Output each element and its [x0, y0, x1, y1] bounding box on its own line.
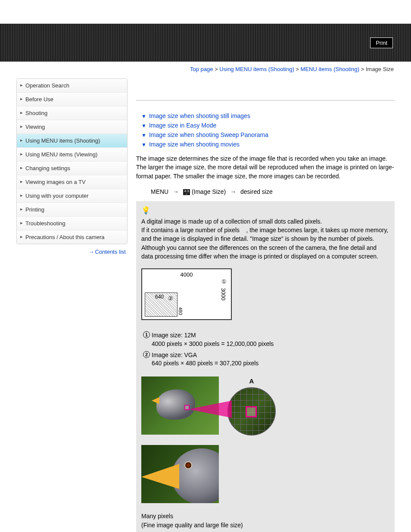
- sidebar-item-label: Printing: [25, 206, 44, 213]
- arrow-icon: →: [173, 188, 179, 195]
- diagram-marker-1: ①: [221, 278, 227, 286]
- breadcrumb-current: Image Size: [366, 66, 394, 72]
- contents-list-link[interactable]: Contents list: [95, 249, 126, 255]
- bird-beak-shape: [152, 397, 159, 404]
- down-arrow-icon: ▼: [141, 142, 146, 148]
- sidebar-item-viewing[interactable]: Viewing: [17, 120, 127, 134]
- breadcrumb-sep: >: [213, 66, 220, 72]
- bird-illustration-row: A: [141, 376, 389, 436]
- down-arrow-icon: ▼: [141, 132, 146, 138]
- caption-line1: Many pixels: [141, 513, 173, 520]
- circled-number-2: 2: [143, 351, 150, 358]
- image-size-icon: 4:3▫: [183, 189, 190, 195]
- sidebar-item-using-menu-viewing[interactable]: Using MENU items (Viewing): [17, 147, 127, 161]
- diagram-height-small: 480: [177, 307, 184, 315]
- breadcrumb-sep: >: [294, 66, 301, 72]
- arrow-right-icon: →: [88, 249, 94, 255]
- anchor-link-list: ▼Image size when shooting still images ▼…: [136, 111, 395, 149]
- contents-list-container: →Contents list: [16, 244, 128, 259]
- sidebar: Operation Search Before Use Shooting Vie…: [16, 78, 128, 244]
- sidebar-item-using-menu-shooting[interactable]: Using MENU items (Shooting): [17, 134, 127, 147]
- diagram-width-large: 4000: [142, 271, 231, 279]
- caption-line2: (Fine image quality and large file size): [141, 522, 243, 529]
- sidebar-item-operation-search[interactable]: Operation Search: [17, 79, 127, 92]
- sidebar-item-label: Operation Search: [25, 82, 69, 89]
- hint-p3: Although you cannot see the differences …: [141, 244, 378, 260]
- sidebar-item-viewing-tv[interactable]: Viewing images on a TV: [17, 175, 127, 189]
- sidebar-item-label: Precautions / About this camera: [25, 234, 105, 240]
- sidebar-item-label: Changing settings: [25, 165, 70, 171]
- anchor-link-movies[interactable]: Image size when shooting movies: [149, 141, 240, 148]
- sidebar-item-printing[interactable]: Printing: [17, 202, 127, 216]
- spec-title-2: Image size: VGA: [152, 352, 197, 358]
- spec-list: 1 Image size: 12M 4000 pixels × 3000 pix…: [141, 331, 389, 367]
- breadcrumb-sep: >: [359, 66, 366, 72]
- sidebar-item-label: Shooting: [25, 110, 47, 116]
- sidebar-item-label: Viewing images on a TV: [25, 179, 86, 185]
- down-arrow-icon: ▼: [141, 123, 146, 129]
- zoom-connector-icon: [189, 401, 232, 418]
- sidebar-item-label: Using MENU items (Shooting): [25, 137, 100, 144]
- spec-detail-2: 640 pixels × 480 pixels = 307,200 pixels: [152, 360, 258, 367]
- caption: Many pixels (Fine image quality and larg…: [141, 512, 389, 529]
- zoom-circle: [227, 387, 276, 436]
- anchor-link-panorama[interactable]: Image size when shooting Sweep Panorama: [149, 131, 268, 138]
- arrow-icon: →: [230, 188, 236, 195]
- menu-text: MENU: [151, 188, 168, 195]
- breadcrumb-link-top[interactable]: Top page: [190, 66, 213, 72]
- circled-number-1: 1: [143, 331, 150, 338]
- diagram-width-small: 640: [155, 293, 164, 301]
- zoom-label-a: A: [227, 376, 276, 386]
- sidebar-item-using-computer[interactable]: Using with your computer: [17, 189, 127, 202]
- intro-paragraph: The image size determines the size of th…: [136, 154, 395, 180]
- hint-bulb-icon: 💡: [141, 205, 389, 216]
- zoom-origin-box: [184, 405, 190, 410]
- sidebar-item-changing-settings[interactable]: Changing settings: [17, 161, 127, 175]
- menu-label: (Image Size): [192, 188, 226, 195]
- hint-p2a: If it contains a large number of pixels: [141, 227, 240, 233]
- breadcrumb-link-using-menu[interactable]: Using MENU items (Shooting): [219, 66, 294, 72]
- sidebar-item-label: Before Use: [25, 96, 53, 103]
- sidebar-item-precautions[interactable]: Precautions / About this camera: [17, 230, 127, 244]
- hint-p1: A digital image is made up of a collecti…: [141, 218, 322, 225]
- anchor-link-easy[interactable]: Image size in Easy Mode: [149, 122, 216, 129]
- sidebar-item-label: Using MENU items (Viewing): [25, 151, 97, 158]
- anchor-link-still[interactable]: Image size when shooting still images: [149, 112, 250, 119]
- diagram-height-large: 3000: [219, 288, 227, 301]
- sidebar-item-before-use[interactable]: Before Use: [17, 92, 127, 106]
- header-bar: Print: [0, 24, 411, 62]
- print-button[interactable]: Print: [370, 37, 393, 48]
- sidebar-item-label: Troubleshooting: [25, 220, 65, 227]
- menu-dest: desired size: [240, 188, 273, 195]
- bird-photo-closeup: [141, 445, 219, 503]
- diagram-marker-2: ②: [168, 295, 173, 303]
- breadcrumb-link-menu-items[interactable]: MENU items (Shooting): [301, 66, 360, 72]
- sidebar-item-label: Viewing: [25, 124, 45, 130]
- sidebar-item-label: Using with your computer: [25, 193, 89, 199]
- zoom-highlight-square: [246, 406, 257, 417]
- spec-detail-1: 4000 pixels × 3000 pixels = 12,000,000 p…: [152, 340, 274, 347]
- spec-title-1: Image size: 12M: [152, 332, 196, 339]
- zoom-callout: A: [227, 376, 276, 436]
- pixel-diagram: 4000 3000 ① 640 480 ②: [141, 268, 232, 320]
- breadcrumb: Top page > Using MENU items (Shooting) >…: [0, 62, 411, 78]
- hint-box: 💡 A digital image is made up of a collec…: [136, 201, 395, 532]
- sidebar-item-troubleshooting[interactable]: Troubleshooting: [17, 216, 127, 230]
- menu-path: MENU → 4:3▫ (Image Size) → desired size: [136, 182, 395, 201]
- main-content: ▼Image size when shooting still images ▼…: [128, 78, 395, 532]
- sidebar-item-shooting[interactable]: Shooting: [17, 106, 127, 120]
- down-arrow-icon: ▼: [141, 113, 146, 119]
- closeup-beak-shape: [141, 464, 179, 489]
- divider: [136, 100, 395, 101]
